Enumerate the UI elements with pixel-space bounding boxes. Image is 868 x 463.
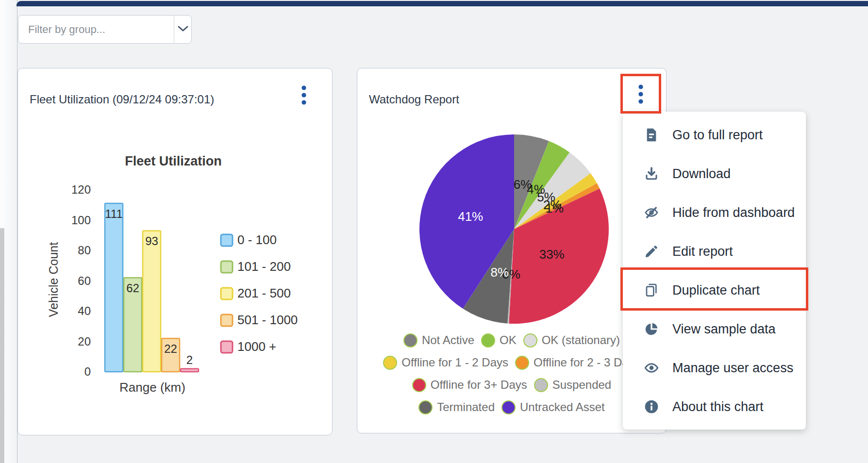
watchdog-report-card-title: Watchdog Report <box>369 93 459 106</box>
window-edge-dark <box>0 228 4 463</box>
bar-value-label: 93 <box>145 234 158 248</box>
pie-percent-label: 8% <box>491 265 509 280</box>
kebab-icon <box>300 84 307 108</box>
legend-label: Untracked Asset <box>520 400 605 414</box>
menu-item-label: Edit report <box>672 244 733 259</box>
menu-item-label: Go to full report <box>672 128 763 143</box>
eye-off-icon <box>643 204 660 221</box>
kebab-menu-button[interactable] <box>630 81 651 108</box>
legend-label: Terminated <box>437 400 495 414</box>
bar-value-label: 62 <box>126 281 139 295</box>
legend-swatch <box>383 356 397 370</box>
pie-legend-item-ok: OK <box>481 333 517 347</box>
y-tick-label: 40 <box>78 304 91 317</box>
legend-swatch <box>481 333 495 347</box>
pie-legend-item-offline-for-1-2-days: Offline for 1 - 2 Days <box>383 356 508 370</box>
menu-item-go-to-full-report[interactable]: Go to full report <box>623 116 806 154</box>
legend-swatch <box>221 234 233 246</box>
menu-item-duplicate-chart[interactable]: Duplicate chart <box>623 271 806 310</box>
legend-label: Suspended <box>552 378 611 392</box>
legend-swatch <box>403 333 417 347</box>
bar-value-label: 22 <box>164 342 177 355</box>
y-tick-label: 0 <box>84 365 91 378</box>
menu-item-label: Manage user access <box>672 361 793 376</box>
filter-dropdown-button[interactable] <box>174 16 191 43</box>
copy-icon <box>643 282 660 298</box>
legend-label: Offline for 1 - 2 Days <box>401 356 508 369</box>
y-tick-label: 60 <box>78 274 91 287</box>
legend-label: 1000 + <box>237 339 276 354</box>
pie-legend-row: TerminatedUntracked Asset <box>360 396 663 418</box>
x-axis-label: Range (km) <box>119 380 185 395</box>
legend-swatch <box>418 400 433 414</box>
legend-swatch <box>221 341 233 353</box>
fleet-utilization-card: Fleet Utilization (09/12/24 09:37:01) Fl… <box>17 68 333 435</box>
top-navigation-bar <box>17 1 868 6</box>
legend-swatch <box>515 356 529 370</box>
legend-label: 101 - 200 <box>237 259 291 274</box>
legend-swatch <box>501 400 516 414</box>
filter-by-group-control <box>18 15 192 44</box>
legend-label: Not Active <box>422 333 474 347</box>
y-tick-label: 20 <box>78 335 91 348</box>
menu-item-about-this-chart[interactable]: About this chart <box>623 387 806 426</box>
menu-item-download[interactable]: Download <box>623 154 806 193</box>
pie-legend-item-ok-stationary: OK (stationary) <box>523 333 620 347</box>
legend-swatch <box>523 333 537 347</box>
pie-legend-item-offline-for-2-3-days: Offline for 2 - 3 Days <box>515 356 640 370</box>
window-edge-light <box>0 0 4 228</box>
pie-legend-item-not-active: Not Active <box>403 333 474 347</box>
bar-0-100 <box>105 203 123 372</box>
legend-label: OK <box>500 333 517 347</box>
fleet-utilization-card-title: Fleet Utilization (09/12/24 09:37:01) <box>30 93 214 106</box>
menu-item-label: View sample data <box>672 322 776 337</box>
pie-chart-legend: Not ActiveOKOK (stationary)Offline for 1… <box>360 329 663 418</box>
pie-percent-label: 41% <box>458 209 483 224</box>
document-icon <box>643 127 660 143</box>
menu-item-hide-from-dashboard[interactable]: Hide from dashboard <box>623 193 806 232</box>
legend-label: Offline for 3+ Days <box>431 378 527 392</box>
bar-201-500 <box>143 231 161 372</box>
menu-item-edit-report[interactable]: Edit report <box>623 232 806 271</box>
y-axis-label: Vehicle Count <box>47 242 60 317</box>
bar-1000 <box>181 369 199 372</box>
info-icon <box>643 398 660 415</box>
legend-label: 0 - 100 <box>237 232 277 247</box>
download-icon <box>643 165 660 182</box>
chevron-down-icon <box>177 25 189 34</box>
menu-item-manage-user-access[interactable]: Manage user access <box>623 348 806 387</box>
pencil-icon <box>643 243 660 260</box>
legend-label: 501 - 1000 <box>237 313 298 327</box>
menu-item-label: Download <box>672 166 731 182</box>
bar-chart-title: Fleet Utilization <box>125 154 222 168</box>
filter-by-group-input[interactable] <box>18 16 174 43</box>
pie-legend-row: Not ActiveOKOK (stationary) <box>360 329 663 351</box>
chart-context-menu: Go to full reportDownloadHide from dashb… <box>623 112 806 430</box>
legend-swatch <box>221 288 233 299</box>
legend-label: OK (stationary) <box>542 333 620 347</box>
y-tick-label: 120 <box>71 183 91 196</box>
y-tick-label: 100 <box>71 214 91 227</box>
menu-item-label: Hide from dashboard <box>672 205 795 220</box>
legend-swatch <box>221 261 233 273</box>
kebab-icon <box>637 83 644 107</box>
pie-chart: 6%4%5%2%1%33%0%8%41% <box>357 112 667 355</box>
legend-label: 201 - 500 <box>237 286 291 300</box>
pie-icon <box>643 321 660 337</box>
bar-value-label: 111 <box>105 207 122 220</box>
kebab-menu-button[interactable] <box>293 82 315 109</box>
legend-swatch <box>221 314 233 326</box>
pie-legend-item-suspended: Suspended <box>534 378 611 392</box>
left-rail <box>0 0 17 463</box>
watchdog-report-card: Watchdog Report 6%4%5%2%1%33%0%8%41% Not… <box>357 68 667 433</box>
legend-swatch <box>412 378 426 392</box>
eye-icon <box>643 360 660 376</box>
pie-legend-item-offline-for-3-days: Offline for 3+ Days <box>412 378 527 392</box>
pie-legend-row: Offline for 3+ DaysSuspended <box>360 374 663 396</box>
menu-item-view-sample-data[interactable]: View sample data <box>623 310 806 348</box>
bar-chart: Fleet Utilization020406080100120Vehicle … <box>47 141 319 398</box>
pie-legend-row: Offline for 1 - 2 DaysOffline for 2 - 3 … <box>360 351 663 374</box>
pie-legend-item-terminated: Terminated <box>418 400 495 414</box>
bar-value-label: 2 <box>186 353 193 366</box>
pie-percent-label: 33% <box>539 247 565 262</box>
